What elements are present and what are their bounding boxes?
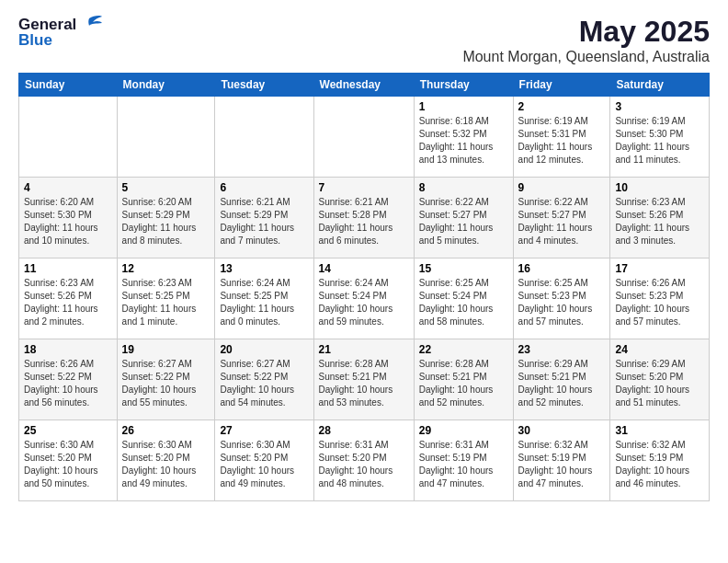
day-info: Sunrise: 6:19 AM Sunset: 5:31 PM Dayligh… — [518, 115, 606, 167]
day-number: 16 — [518, 262, 606, 275]
day-info: Sunrise: 6:31 AM Sunset: 5:19 PM Dayligh… — [419, 439, 508, 490]
day-info: Sunrise: 6:22 AM Sunset: 5:27 PM Dayligh… — [419, 196, 508, 247]
day-info: Sunrise: 6:24 AM Sunset: 5:24 PM Dayligh… — [319, 277, 409, 328]
calendar-cell: 9Sunrise: 6:22 AM Sunset: 5:27 PM Daylig… — [513, 178, 610, 259]
day-info: Sunrise: 6:22 AM Sunset: 5:27 PM Dayligh… — [518, 196, 606, 247]
day-number: 23 — [518, 343, 606, 356]
location-title: Mount Morgan, Queensland, Australia — [462, 49, 710, 65]
calendar-cell: 11Sunrise: 6:23 AM Sunset: 5:26 PM Dayli… — [19, 259, 118, 339]
day-number: 3 — [615, 100, 704, 113]
day-number: 13 — [220, 262, 308, 275]
day-number: 10 — [615, 181, 704, 194]
calendar-cell: 2Sunrise: 6:19 AM Sunset: 5:31 PM Daylig… — [513, 97, 610, 178]
day-info: Sunrise: 6:30 AM Sunset: 5:20 PM Dayligh… — [220, 439, 308, 490]
calendar-cell: 23Sunrise: 6:29 AM Sunset: 5:21 PM Dayli… — [513, 339, 610, 420]
weekday-header-tuesday: Tuesday — [215, 74, 313, 97]
day-number: 25 — [24, 424, 112, 437]
day-info: Sunrise: 6:30 AM Sunset: 5:20 PM Dayligh… — [24, 439, 112, 490]
day-number: 31 — [615, 424, 704, 437]
calendar-cell: 31Sunrise: 6:32 AM Sunset: 5:19 PM Dayli… — [610, 420, 710, 501]
weekday-header-monday: Monday — [117, 74, 215, 97]
day-info: Sunrise: 6:21 AM Sunset: 5:29 PM Dayligh… — [220, 196, 308, 247]
logo-blue: Blue — [18, 31, 52, 50]
calendar-cell: 17Sunrise: 6:26 AM Sunset: 5:23 PM Dayli… — [610, 259, 710, 339]
calendar-cell: 16Sunrise: 6:25 AM Sunset: 5:23 PM Dayli… — [513, 259, 610, 339]
week-row-5: 25Sunrise: 6:30 AM Sunset: 5:20 PM Dayli… — [19, 420, 710, 501]
day-number: 12 — [122, 262, 210, 275]
day-info: Sunrise: 6:24 AM Sunset: 5:25 PM Dayligh… — [220, 277, 308, 328]
day-number: 11 — [24, 262, 112, 275]
day-info: Sunrise: 6:18 AM Sunset: 5:32 PM Dayligh… — [419, 115, 508, 167]
calendar-cell — [117, 97, 215, 178]
day-info: Sunrise: 6:32 AM Sunset: 5:19 PM Dayligh… — [615, 439, 704, 490]
day-number: 30 — [518, 424, 606, 437]
calendar-cell: 7Sunrise: 6:21 AM Sunset: 5:28 PM Daylig… — [313, 178, 414, 259]
day-number: 9 — [518, 181, 606, 194]
calendar-cell: 19Sunrise: 6:27 AM Sunset: 5:22 PM Dayli… — [117, 339, 215, 420]
week-row-2: 4Sunrise: 6:20 AM Sunset: 5:30 PM Daylig… — [19, 178, 710, 259]
day-number: 26 — [122, 424, 210, 437]
calendar-cell: 26Sunrise: 6:30 AM Sunset: 5:20 PM Dayli… — [117, 420, 215, 501]
weekday-header-friday: Friday — [513, 74, 610, 97]
day-info: Sunrise: 6:20 AM Sunset: 5:29 PM Dayligh… — [122, 196, 210, 247]
day-info: Sunrise: 6:26 AM Sunset: 5:23 PM Dayligh… — [615, 277, 704, 328]
calendar-cell — [19, 97, 118, 178]
day-number: 8 — [419, 181, 508, 194]
day-number: 7 — [319, 181, 409, 194]
logo: General Blue — [18, 15, 102, 50]
day-info: Sunrise: 6:23 AM Sunset: 5:26 PM Dayligh… — [615, 196, 704, 247]
day-number: 2 — [518, 100, 606, 113]
page-header: General Blue May 2025 Mount Morgan, Quee… — [18, 15, 710, 65]
calendar-cell: 10Sunrise: 6:23 AM Sunset: 5:26 PM Dayli… — [610, 178, 710, 259]
day-info: Sunrise: 6:25 AM Sunset: 5:23 PM Dayligh… — [518, 277, 606, 328]
day-info: Sunrise: 6:26 AM Sunset: 5:22 PM Dayligh… — [24, 358, 112, 409]
day-info: Sunrise: 6:28 AM Sunset: 5:21 PM Dayligh… — [419, 358, 508, 409]
day-number: 5 — [122, 181, 210, 194]
calendar-cell: 4Sunrise: 6:20 AM Sunset: 5:30 PM Daylig… — [19, 178, 118, 259]
day-info: Sunrise: 6:30 AM Sunset: 5:20 PM Dayligh… — [122, 439, 210, 490]
logo-text-group: General Blue — [18, 15, 102, 50]
day-number: 27 — [220, 424, 308, 437]
day-number: 1 — [419, 100, 508, 113]
day-number: 6 — [220, 181, 308, 194]
day-number: 18 — [24, 343, 112, 356]
calendar-cell: 27Sunrise: 6:30 AM Sunset: 5:20 PM Dayli… — [215, 420, 313, 501]
day-number: 14 — [319, 262, 409, 275]
calendar-cell — [313, 97, 414, 178]
calendar-cell: 3Sunrise: 6:19 AM Sunset: 5:30 PM Daylig… — [610, 97, 710, 178]
weekday-header-saturday: Saturday — [610, 74, 710, 97]
calendar-cell: 30Sunrise: 6:32 AM Sunset: 5:19 PM Dayli… — [513, 420, 610, 501]
day-info: Sunrise: 6:19 AM Sunset: 5:30 PM Dayligh… — [615, 115, 704, 167]
day-info: Sunrise: 6:32 AM Sunset: 5:19 PM Dayligh… — [518, 439, 606, 490]
day-number: 17 — [615, 262, 704, 275]
calendar-cell: 25Sunrise: 6:30 AM Sunset: 5:20 PM Dayli… — [19, 420, 118, 501]
calendar-cell: 5Sunrise: 6:20 AM Sunset: 5:29 PM Daylig… — [117, 178, 215, 259]
day-number: 15 — [419, 262, 508, 275]
week-row-3: 11Sunrise: 6:23 AM Sunset: 5:26 PM Dayli… — [19, 259, 710, 339]
day-number: 20 — [220, 343, 308, 356]
calendar-cell: 14Sunrise: 6:24 AM Sunset: 5:24 PM Dayli… — [313, 259, 414, 339]
day-number: 28 — [319, 424, 409, 437]
calendar-cell: 8Sunrise: 6:22 AM Sunset: 5:27 PM Daylig… — [414, 178, 513, 259]
logo-bird-icon — [76, 15, 102, 35]
calendar-cell: 28Sunrise: 6:31 AM Sunset: 5:20 PM Dayli… — [313, 420, 414, 501]
day-number: 29 — [419, 424, 508, 437]
calendar-cell: 24Sunrise: 6:29 AM Sunset: 5:20 PM Dayli… — [610, 339, 710, 420]
calendar-cell: 21Sunrise: 6:28 AM Sunset: 5:21 PM Dayli… — [313, 339, 414, 420]
day-info: Sunrise: 6:20 AM Sunset: 5:30 PM Dayligh… — [24, 196, 112, 247]
calendar-cell: 6Sunrise: 6:21 AM Sunset: 5:29 PM Daylig… — [215, 178, 313, 259]
day-info: Sunrise: 6:23 AM Sunset: 5:26 PM Dayligh… — [24, 277, 112, 328]
day-info: Sunrise: 6:29 AM Sunset: 5:21 PM Dayligh… — [518, 358, 606, 409]
calendar-cell: 13Sunrise: 6:24 AM Sunset: 5:25 PM Dayli… — [215, 259, 313, 339]
weekday-header-row: SundayMondayTuesdayWednesdayThursdayFrid… — [19, 74, 710, 97]
day-number: 19 — [122, 343, 210, 356]
day-info: Sunrise: 6:31 AM Sunset: 5:20 PM Dayligh… — [319, 439, 409, 490]
week-row-1: 1Sunrise: 6:18 AM Sunset: 5:32 PM Daylig… — [19, 97, 710, 178]
calendar-cell: 29Sunrise: 6:31 AM Sunset: 5:19 PM Dayli… — [414, 420, 513, 501]
day-number: 24 — [615, 343, 704, 356]
calendar-cell: 22Sunrise: 6:28 AM Sunset: 5:21 PM Dayli… — [414, 339, 513, 420]
calendar-cell: 20Sunrise: 6:27 AM Sunset: 5:22 PM Dayli… — [215, 339, 313, 420]
calendar-cell: 12Sunrise: 6:23 AM Sunset: 5:25 PM Dayli… — [117, 259, 215, 339]
title-block: May 2025 Mount Morgan, Queensland, Austr… — [462, 15, 710, 65]
week-row-4: 18Sunrise: 6:26 AM Sunset: 5:22 PM Dayli… — [19, 339, 710, 420]
